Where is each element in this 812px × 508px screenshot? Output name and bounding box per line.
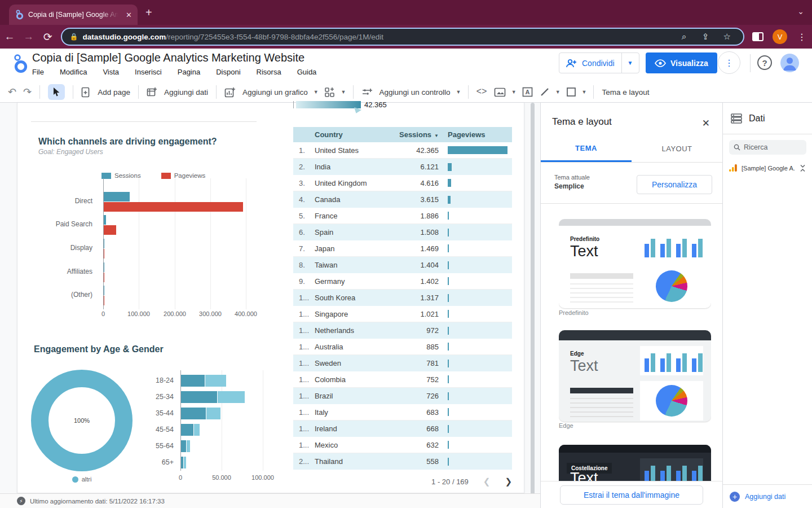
theme-card-label: Edge [559, 422, 573, 429]
community-viz-icon[interactable] [321, 87, 339, 98]
refresh-status-icon[interactable]: ⚡ [17, 497, 25, 505]
report-title[interactable]: Copia di [Sample] Google Analytics Marke… [32, 51, 304, 64]
redo-icon[interactable]: ↷ [20, 86, 35, 98]
theme-card-predefinito[interactable]: PredefinitoText [559, 219, 711, 308]
theme-card-costellazione[interactable]: CostellazioneText [559, 445, 711, 481]
undo-icon[interactable]: ↶ [5, 86, 20, 98]
menu-inserisci[interactable]: Inserisci [135, 68, 162, 76]
account-avatar[interactable] [780, 54, 799, 72]
table-row: 1...Italy683 [293, 404, 512, 421]
bookmark-star-icon[interactable]: ☆ [718, 32, 735, 42]
mini-bar-blue [660, 358, 665, 372]
add-control-button[interactable]: Aggiungi un controllo [376, 88, 454, 97]
table-header-country[interactable]: Country [315, 130, 382, 139]
search-icon[interactable]: ⌕ [676, 32, 692, 42]
share-page-icon[interactable]: ⇪ [697, 32, 714, 42]
country-table[interactable]: 1.United States42.3652.India6.1213.Unite… [293, 142, 512, 470]
embed-url-icon[interactable]: <> [473, 87, 491, 97]
theme-card-edge[interactable]: EdgeText [559, 330, 711, 422]
table-header[interactable]: Country Sessions▼ Pageviews [293, 127, 512, 142]
tab-layout[interactable]: LAYOUT [632, 135, 722, 162]
select-tool-button[interactable] [48, 84, 65, 100]
new-tab-button[interactable]: + [145, 7, 152, 18]
menu-vista[interactable]: Vista [103, 68, 119, 76]
customize-button[interactable]: Personalizza [637, 175, 712, 194]
mini-bar-blue [660, 471, 665, 481]
tab-tema[interactable]: TEMA [541, 135, 632, 162]
row-country: Taiwan [315, 261, 382, 269]
row-sessions: 752 [382, 375, 439, 384]
community-viz-caret[interactable]: ▼ [339, 89, 348, 95]
forward-icon[interactable]: → [19, 30, 38, 43]
theme-heading-text: Text [570, 243, 598, 260]
tab-close-icon[interactable]: ✕ [126, 11, 132, 19]
add-chart-button[interactable]: Aggiungi un grafico [239, 88, 311, 97]
browser-profile-avatar[interactable]: V [773, 29, 787, 44]
row-pageviews-cell [439, 375, 512, 383]
theme-list: PredefinitoTextPredefinitoEdgeTextEdgeCo… [559, 219, 711, 481]
share-dropdown-caret[interactable]: ▼ [621, 53, 639, 73]
shape-icon[interactable] [563, 87, 580, 97]
share-button[interactable]: Condividi ▼ [559, 52, 639, 73]
table-row: 1...Brazil726 [293, 388, 512, 404]
row-pageviews-cell [439, 310, 512, 318]
row-country: Germany [315, 277, 382, 286]
back-icon[interactable]: ← [0, 30, 19, 43]
canvas-scrollbar[interactable] [531, 103, 535, 508]
last-refresh-text: Ultimo aggiornamento dati: 5/11/2022 16:… [30, 498, 165, 505]
line-caret[interactable]: ▼ [553, 89, 563, 95]
extract-theme-button[interactable]: Estrai il tema dall'immagine [560, 485, 703, 505]
row-pageviews-bar [448, 408, 449, 416]
current-theme-name: Semplice [554, 182, 590, 190]
panel-title: Tema e layout [552, 116, 612, 128]
pageviews-bar [104, 273, 104, 282]
menu-risorsa[interactable]: Risorsa [257, 68, 281, 76]
header-more-button[interactable]: ⋮ [718, 51, 740, 74]
collapse-icon[interactable] [799, 164, 806, 172]
menu-modifica[interactable]: Modifica [60, 68, 87, 76]
help-icon[interactable]: ? [757, 55, 772, 70]
channels-bar-chart[interactable] [103, 178, 255, 309]
add-control-caret[interactable]: ▼ [454, 89, 464, 95]
data-search-box[interactable]: Ricerca [729, 140, 806, 155]
shape-caret[interactable]: ▼ [580, 89, 589, 95]
theme-pie-panel [640, 381, 703, 421]
table-header-sessions[interactable]: Sessions▼ [382, 130, 439, 139]
theme-layout-button[interactable]: Tema e layout [598, 88, 652, 97]
browser-menu-icon[interactable]: ⋮ [797, 32, 806, 42]
menu-pagina[interactable]: Pagina [178, 68, 200, 76]
text-box-icon[interactable]: A [519, 87, 536, 97]
age-gender-donut-chart[interactable]: 100% [31, 370, 133, 471]
add-chart-caret[interactable]: ▼ [311, 89, 321, 95]
view-button[interactable]: Visualizza [646, 52, 717, 73]
line-icon[interactable] [536, 87, 553, 97]
row-pageviews-bar [448, 441, 449, 449]
panel-close-icon[interactable]: ✕ [702, 117, 710, 129]
age-stacked-bar-chart[interactable] [180, 370, 265, 471]
reload-icon[interactable]: ⟳ [38, 30, 58, 43]
add-data-link[interactable]: Aggiungi dati [745, 493, 785, 501]
row-pageviews-bar [448, 360, 449, 367]
add-data-icon [143, 87, 161, 97]
add-data-button[interactable]: Aggiungi dati [161, 88, 211, 97]
theme-body-line [570, 283, 633, 284]
pagination-next-icon[interactable]: ❯ [505, 476, 512, 487]
data-source-item[interactable]: [Sample] Google A... [729, 164, 806, 172]
menu-guida[interactable]: Guida [297, 68, 317, 76]
pagination-prev-icon[interactable]: ❮ [483, 476, 491, 487]
panel-divider [541, 203, 722, 204]
menu-file[interactable]: File [32, 68, 44, 76]
add-page-button[interactable]: Add page [94, 88, 134, 97]
table-row: 8.Taiwan1.404 [293, 257, 512, 273]
tab-search-chevron-icon[interactable]: ⌄ [797, 7, 804, 16]
image-icon[interactable] [491, 87, 509, 97]
browser-tab[interactable]: Copia di [Sample] Google Anal ✕ [9, 5, 138, 25]
url-bar[interactable]: 🔒 datastudio.google.com/reporting/725455… [61, 28, 745, 46]
table-header-pageviews[interactable]: Pageviews [439, 130, 512, 139]
menu-disponi[interactable]: Disponi [216, 68, 240, 76]
image-caret[interactable]: ▼ [509, 89, 519, 95]
row-country: Singapore [315, 310, 382, 318]
age-category-label: 25-34 [156, 393, 174, 401]
mini-bar-teal [698, 353, 703, 372]
side-panel-icon[interactable] [752, 32, 764, 41]
